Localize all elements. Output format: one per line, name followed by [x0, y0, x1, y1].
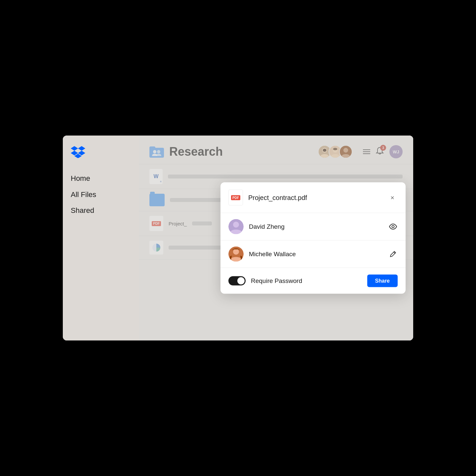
shared-user-row-1: David Zheng: [220, 213, 406, 241]
user-name-david: David Zheng: [249, 223, 383, 230]
modal-title: Project_contract.pdf: [248, 194, 382, 201]
user-name-michelle: Michelle Wallace: [249, 251, 383, 258]
pencil-icon: [389, 251, 397, 258]
svg-marker-1: [78, 146, 85, 151]
sidebar-item-all-files[interactable]: All Files: [71, 189, 131, 201]
toggle-track: [228, 276, 246, 286]
shared-user-row-2: Michelle Wallace: [220, 241, 406, 268]
svg-marker-0: [71, 146, 78, 151]
modal-header: PDF Project_contract.pdf ×: [220, 182, 406, 213]
michelle-avatar-svg: [228, 247, 244, 262]
toggle-thumb: [237, 277, 245, 285]
modal-pdf-icon: PDF: [228, 190, 243, 206]
sidebar: Home All Files Shared: [63, 136, 139, 340]
modal-pdf-label: PDF: [231, 195, 240, 200]
main-content: Research: [139, 136, 413, 340]
share-modal: PDF Project_contract.pdf × David Zheng: [220, 182, 406, 294]
user-avatar-michelle: [228, 247, 244, 262]
svg-point-22: [233, 249, 239, 255]
eye-icon: [389, 223, 397, 231]
view-permission-icon[interactable]: [388, 222, 398, 231]
user-avatar-david: [228, 219, 244, 234]
sidebar-item-home[interactable]: Home: [71, 173, 131, 185]
edit-permission-icon[interactable]: [388, 250, 398, 259]
dropbox-logo-container: [71, 146, 131, 159]
require-password-row: Require Password Share: [220, 268, 406, 294]
app-window: Home All Files Shared Research: [63, 136, 413, 340]
password-toggle-container[interactable]: [228, 276, 246, 286]
share-button[interactable]: Share: [367, 275, 398, 287]
sidebar-item-shared[interactable]: Shared: [71, 205, 131, 217]
sidebar-nav: Home All Files Shared: [71, 173, 131, 217]
svg-point-20: [392, 225, 394, 228]
require-password-label: Require Password: [251, 277, 362, 285]
david-avatar-svg: [228, 219, 244, 234]
close-button[interactable]: ×: [387, 192, 398, 203]
svg-point-19: [233, 222, 239, 228]
dropbox-logo-icon: [71, 146, 85, 158]
